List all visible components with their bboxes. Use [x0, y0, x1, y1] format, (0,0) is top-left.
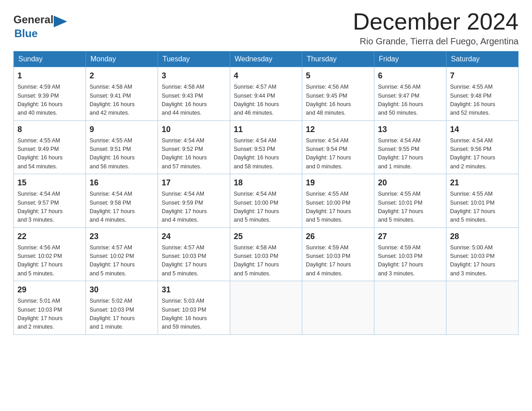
day-info: Sunrise: 4:54 AM Sunset: 9:54 PM Dayligh…: [306, 137, 370, 171]
day-number: 15: [17, 177, 82, 189]
header: General Blue December 2024 Rio Grande, T…: [13, 9, 519, 47]
day-number: 24: [162, 231, 226, 243]
day-info: Sunrise: 4:55 AM Sunset: 10:01 PM Daylig…: [378, 190, 442, 225]
week-row-2: 8Sunrise: 4:55 AM Sunset: 9:49 PM Daylig…: [14, 120, 519, 174]
day-number: 2: [90, 70, 154, 82]
day-number: 13: [378, 124, 442, 136]
day-info: Sunrise: 4:57 AM Sunset: 10:03 PM Daylig…: [162, 244, 226, 278]
day-number: 27: [378, 231, 442, 243]
day-number: 5: [306, 70, 370, 82]
day-info: Sunrise: 4:56 AM Sunset: 9:47 PM Dayligh…: [378, 83, 442, 118]
weekday-header-row: SundayMondayTuesdayWednesdayThursdayFrid…: [14, 51, 519, 67]
day-info: Sunrise: 4:55 AM Sunset: 10:00 PM Daylig…: [306, 190, 370, 225]
day-number: 3: [162, 70, 226, 82]
calendar-cell: 25Sunrise: 4:58 AM Sunset: 10:03 PM Dayl…: [230, 227, 302, 281]
calendar-cell: 4Sunrise: 4:57 AM Sunset: 9:44 PM Daylig…: [230, 67, 302, 121]
day-number: 17: [162, 177, 226, 189]
calendar-cell: 10Sunrise: 4:54 AM Sunset: 9:52 PM Dayli…: [158, 120, 230, 174]
calendar-cell: 24Sunrise: 4:57 AM Sunset: 10:03 PM Dayl…: [158, 227, 230, 281]
calendar-cell: 27Sunrise: 4:59 AM Sunset: 10:03 PM Dayl…: [374, 227, 446, 281]
day-info: Sunrise: 5:03 AM Sunset: 10:03 PM Daylig…: [162, 297, 226, 332]
day-info: Sunrise: 4:59 AM Sunset: 10:03 PM Daylig…: [306, 244, 370, 278]
calendar-cell: 23Sunrise: 4:57 AM Sunset: 10:02 PM Dayl…: [86, 227, 158, 281]
day-info: Sunrise: 4:54 AM Sunset: 9:52 PM Dayligh…: [162, 137, 226, 171]
day-number: 8: [17, 124, 82, 136]
day-info: Sunrise: 4:58 AM Sunset: 9:43 PM Dayligh…: [162, 83, 226, 118]
calendar-cell: 22Sunrise: 4:56 AM Sunset: 10:02 PM Dayl…: [14, 227, 86, 281]
day-info: Sunrise: 5:01 AM Sunset: 10:03 PM Daylig…: [17, 297, 82, 332]
calendar-cell: 8Sunrise: 4:55 AM Sunset: 9:49 PM Daylig…: [14, 120, 86, 174]
calendar-cell: [374, 281, 446, 335]
calendar-cell: 17Sunrise: 4:54 AM Sunset: 9:59 PM Dayli…: [158, 174, 230, 228]
calendar-cell: [446, 281, 519, 335]
day-number: 25: [234, 231, 298, 243]
weekday-header-tuesday: Tuesday: [158, 51, 230, 67]
calendar-table: SundayMondayTuesdayWednesdayThursdayFrid…: [13, 51, 519, 335]
day-info: Sunrise: 5:02 AM Sunset: 10:03 PM Daylig…: [90, 297, 154, 332]
calendar-cell: 12Sunrise: 4:54 AM Sunset: 9:54 PM Dayli…: [302, 120, 374, 174]
day-number: 19: [306, 177, 370, 189]
calendar-cell: 30Sunrise: 5:02 AM Sunset: 10:03 PM Dayl…: [86, 281, 158, 335]
day-number: 6: [378, 70, 442, 82]
day-info: Sunrise: 5:00 AM Sunset: 10:03 PM Daylig…: [450, 244, 515, 278]
calendar-cell: 13Sunrise: 4:54 AM Sunset: 9:55 PM Dayli…: [374, 120, 446, 174]
day-number: 12: [306, 124, 370, 136]
location-subtitle: Rio Grande, Tierra del Fuego, Argentina: [353, 36, 519, 47]
day-info: Sunrise: 4:59 AM Sunset: 9:39 PM Dayligh…: [17, 83, 82, 118]
week-row-1: 1Sunrise: 4:59 AM Sunset: 9:39 PM Daylig…: [14, 67, 519, 121]
calendar-cell: 20Sunrise: 4:55 AM Sunset: 10:01 PM Dayl…: [374, 174, 446, 228]
calendar-cell: 6Sunrise: 4:56 AM Sunset: 9:47 PM Daylig…: [374, 67, 446, 121]
day-number: 21: [450, 177, 515, 189]
day-info: Sunrise: 4:58 AM Sunset: 9:41 PM Dayligh…: [90, 83, 154, 118]
day-info: Sunrise: 4:54 AM Sunset: 9:56 PM Dayligh…: [450, 137, 515, 171]
day-number: 28: [450, 231, 515, 243]
calendar-cell: 26Sunrise: 4:59 AM Sunset: 10:03 PM Dayl…: [302, 227, 374, 281]
weekday-header-thursday: Thursday: [302, 51, 374, 67]
svg-marker-0: [54, 16, 67, 27]
day-info: Sunrise: 4:59 AM Sunset: 10:03 PM Daylig…: [378, 244, 442, 278]
day-info: Sunrise: 4:54 AM Sunset: 9:58 PM Dayligh…: [90, 190, 154, 225]
calendar-cell: 2Sunrise: 4:58 AM Sunset: 9:41 PM Daylig…: [86, 67, 158, 121]
calendar-cell: 21Sunrise: 4:55 AM Sunset: 10:01 PM Dayl…: [446, 174, 519, 228]
day-info: Sunrise: 4:55 AM Sunset: 9:48 PM Dayligh…: [450, 83, 515, 118]
day-info: Sunrise: 4:54 AM Sunset: 9:59 PM Dayligh…: [162, 190, 226, 225]
day-number: 4: [234, 70, 298, 82]
day-number: 1: [17, 70, 82, 82]
day-number: 16: [90, 177, 154, 189]
weekday-header-monday: Monday: [86, 51, 158, 67]
day-info: Sunrise: 4:57 AM Sunset: 9:44 PM Dayligh…: [234, 83, 298, 118]
day-info: Sunrise: 4:58 AM Sunset: 10:03 PM Daylig…: [234, 244, 298, 278]
day-number: 30: [90, 284, 154, 296]
day-number: 23: [90, 231, 154, 243]
calendar-cell: 28Sunrise: 5:00 AM Sunset: 10:03 PM Dayl…: [446, 227, 519, 281]
calendar-cell: 18Sunrise: 4:54 AM Sunset: 10:00 PM Dayl…: [230, 174, 302, 228]
calendar-cell: 1Sunrise: 4:59 AM Sunset: 9:39 PM Daylig…: [14, 67, 86, 121]
day-number: 31: [162, 284, 226, 296]
calendar-cell: 11Sunrise: 4:54 AM Sunset: 9:53 PM Dayli…: [230, 120, 302, 174]
month-title: December 2024: [353, 9, 519, 34]
day-number: 20: [378, 177, 442, 189]
day-number: 7: [450, 70, 515, 82]
day-info: Sunrise: 4:54 AM Sunset: 9:53 PM Dayligh…: [234, 137, 298, 171]
week-row-4: 22Sunrise: 4:56 AM Sunset: 10:02 PM Dayl…: [14, 227, 519, 281]
day-number: 22: [17, 231, 82, 243]
week-row-3: 15Sunrise: 4:54 AM Sunset: 9:57 PM Dayli…: [14, 174, 519, 228]
day-info: Sunrise: 4:54 AM Sunset: 10:00 PM Daylig…: [234, 190, 298, 225]
day-number: 29: [17, 284, 82, 296]
weekday-header-friday: Friday: [374, 51, 446, 67]
day-info: Sunrise: 4:56 AM Sunset: 9:45 PM Dayligh…: [306, 83, 370, 118]
day-info: Sunrise: 4:55 AM Sunset: 10:01 PM Daylig…: [450, 190, 515, 225]
calendar-cell: 14Sunrise: 4:54 AM Sunset: 9:56 PM Dayli…: [446, 120, 519, 174]
calendar-cell: [302, 281, 374, 335]
day-number: 10: [162, 124, 226, 136]
day-number: 18: [234, 177, 298, 189]
calendar-cell: 19Sunrise: 4:55 AM Sunset: 10:00 PM Dayl…: [302, 174, 374, 228]
calendar-cell: 16Sunrise: 4:54 AM Sunset: 9:58 PM Dayli…: [86, 174, 158, 228]
calendar-cell: 31Sunrise: 5:03 AM Sunset: 10:03 PM Dayl…: [158, 281, 230, 335]
logo-text: General Blue: [13, 13, 68, 40]
logo-blue: Blue: [14, 27, 38, 39]
calendar-cell: 9Sunrise: 4:55 AM Sunset: 9:51 PM Daylig…: [86, 120, 158, 174]
day-info: Sunrise: 4:57 AM Sunset: 10:02 PM Daylig…: [90, 244, 154, 278]
day-number: 11: [234, 124, 298, 136]
title-area: December 2024 Rio Grande, Tierra del Fue…: [353, 9, 519, 47]
